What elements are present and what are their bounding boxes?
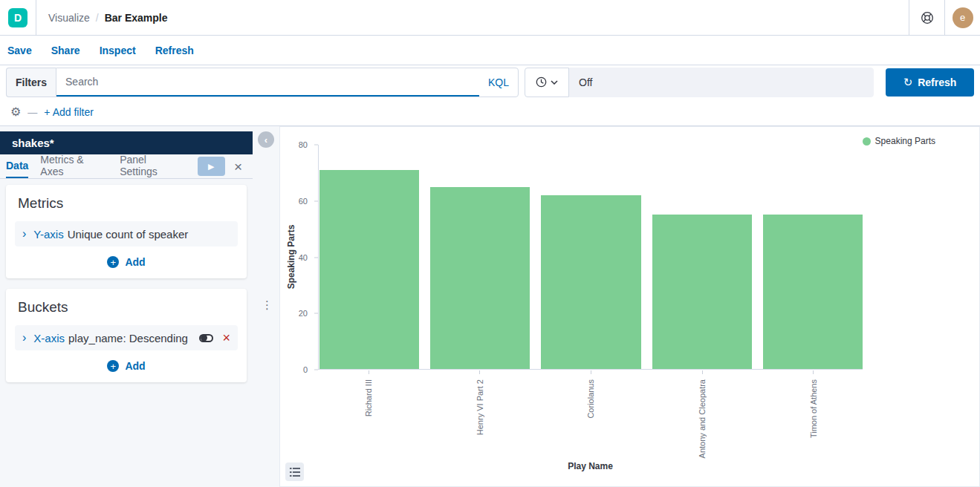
y-tick-label: 60	[299, 197, 308, 206]
lifebuoy-help-icon	[921, 11, 934, 24]
bar[interactable]	[763, 215, 863, 369]
filter-row: ⚙ — + Add filter	[0, 99, 980, 126]
list-icon	[290, 468, 300, 477]
legend-label: Speaking Parts	[875, 136, 935, 146]
add-metric-button[interactable]: + Add	[15, 256, 238, 268]
chevron-right-icon: ›	[22, 331, 26, 344]
plus-circle-icon: +	[107, 360, 119, 372]
x-labels: Richard IIIHenry VI Part 2CoriolanusAnto…	[319, 370, 863, 458]
add-bucket-button[interactable]: + Add	[15, 360, 238, 372]
refresh-interval-value[interactable]: Off	[569, 68, 874, 97]
add-bucket-label: Add	[125, 360, 145, 372]
metrics-card: Metrics › Y-axis Unique count of speaker…	[6, 185, 247, 278]
refresh-button[interactable]: ↻ Refresh	[886, 68, 974, 97]
filter-dash: —	[27, 107, 37, 118]
bar[interactable]	[319, 170, 419, 369]
metrics-title: Metrics	[15, 195, 238, 212]
plus-circle-icon: +	[107, 256, 119, 268]
refresh-link[interactable]: Refresh	[155, 45, 194, 56]
gear-icon[interactable]: ⚙	[10, 106, 21, 118]
bucket-description: play_name: Descending	[68, 332, 188, 344]
chart-panel: Speaking Parts Speaking Parts 020406080 …	[279, 126, 980, 487]
legend-toggle-button[interactable]	[285, 463, 304, 481]
vis-editor-sidebar: shakes* Data Metrics & Axes Panel Settin…	[0, 126, 253, 487]
bucket-row-x-axis[interactable]: › X-axis play_name: Descending ×	[15, 325, 238, 350]
tab-panel-settings[interactable]: Panel Settings	[120, 154, 186, 178]
tab-metrics-axes[interactable]: Metrics & Axes	[40, 154, 108, 178]
metric-axis-label: Y-axis	[33, 228, 63, 241]
bars	[319, 145, 863, 369]
top-header: D Visualize / Bar Example e	[0, 0, 980, 36]
filters-button[interactable]: Filters	[6, 68, 56, 97]
remove-bucket-icon[interactable]: ×	[222, 331, 230, 344]
index-pattern-header: shakes*	[0, 131, 253, 154]
y-tick-label: 20	[299, 309, 308, 318]
bucket-axis-label: X-axis	[33, 332, 65, 344]
chevron-left-icon: ‹	[265, 134, 267, 146]
page-title: Bar Example	[105, 12, 168, 24]
sidebar-resizer: ‹ ⋮	[253, 126, 279, 487]
inspect-button[interactable]: Inspect	[100, 45, 136, 56]
x-axis-label: Antony and Cleopatra	[652, 370, 753, 458]
bar[interactable]	[652, 215, 752, 369]
chevron-down-icon	[551, 80, 558, 85]
user-menu-button[interactable]: e	[944, 0, 980, 35]
x-axis-title: Play Name	[318, 461, 863, 471]
editor-tabs: Data Metrics & Axes Panel Settings ▶ ×	[0, 154, 253, 179]
chart-legend[interactable]: Speaking Parts	[863, 136, 935, 146]
app-logo[interactable]: D	[8, 8, 27, 27]
visibility-toggle-icon[interactable]	[199, 334, 213, 342]
chevron-right-icon: ›	[22, 227, 26, 241]
add-filter-button[interactable]: + Add filter	[44, 106, 94, 118]
bar[interactable]	[541, 195, 640, 369]
play-icon: ▶	[208, 162, 214, 171]
breadcrumb: Visualize / Bar Example	[48, 0, 909, 35]
metric-row-y-axis[interactable]: › Y-axis Unique count of speaker	[15, 221, 238, 246]
buckets-card: Buckets › X-axis play_name: Descending ×…	[6, 289, 247, 382]
kql-button[interactable]: KQL	[479, 76, 518, 88]
time-picker: Off	[525, 68, 874, 97]
collapse-sidebar-button[interactable]: ‹	[258, 131, 274, 148]
buckets-title: Buckets	[15, 299, 238, 316]
apply-changes-button[interactable]: ▶	[198, 157, 225, 176]
action-nav: Save Share Inspect Refresh	[0, 36, 980, 65]
metric-description: Unique count of speaker	[68, 228, 189, 241]
save-button[interactable]: Save	[7, 45, 32, 56]
add-metric-label: Add	[125, 256, 145, 268]
x-axis-label: Timon of Athens	[763, 370, 863, 458]
app-logo-box[interactable]: D	[0, 0, 36, 35]
y-tick-label: 80	[299, 140, 308, 149]
drag-handle-icon[interactable]: ⋮	[262, 298, 273, 312]
breadcrumb-separator: /	[96, 12, 99, 24]
legend-color-dot	[863, 137, 871, 146]
tab-data[interactable]: Data	[6, 154, 28, 178]
x-axis-label: Richard III	[319, 370, 419, 458]
x-axis-label: Coriolanus	[541, 370, 641, 458]
search-bar: Search KQL	[56, 68, 519, 97]
help-button[interactable]	[909, 0, 944, 35]
time-picker-button[interactable]	[525, 68, 569, 97]
y-tick-label: 0	[303, 365, 308, 374]
close-icon[interactable]: ×	[234, 160, 242, 174]
query-bar: Filters Search KQL Off ↻ Refresh	[0, 65, 980, 99]
avatar[interactable]: e	[953, 7, 973, 28]
refresh-icon: ↻	[903, 76, 913, 89]
y-ticks: 020406080	[280, 145, 318, 370]
x-axis-label: Henry VI Part 2	[430, 370, 530, 458]
share-button[interactable]: Share	[51, 45, 80, 56]
breadcrumb-section[interactable]: Visualize	[48, 12, 90, 24]
bar[interactable]	[430, 187, 530, 369]
y-tick-label: 40	[299, 253, 308, 262]
plot-frame	[318, 145, 863, 370]
search-input[interactable]: Search	[56, 68, 479, 97]
refresh-button-label: Refresh	[918, 76, 956, 88]
workspace: shakes* Data Metrics & Axes Panel Settin…	[0, 126, 980, 487]
clock-icon	[536, 76, 547, 88]
